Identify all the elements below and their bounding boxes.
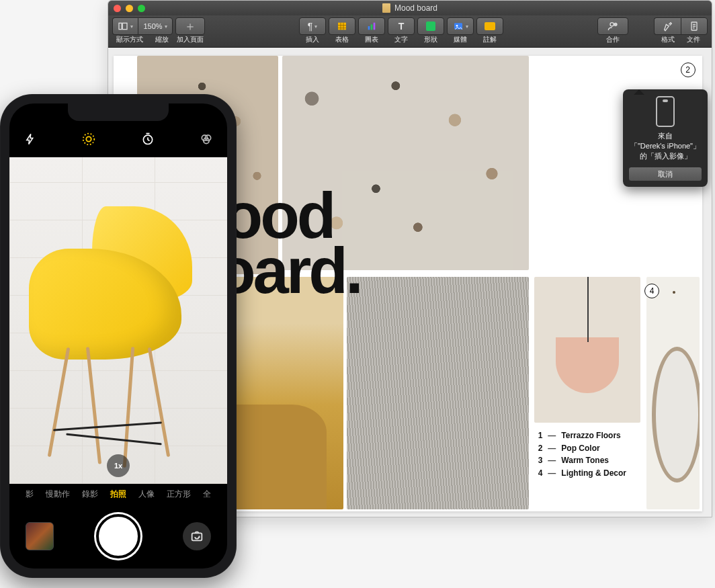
chair-leg xyxy=(86,347,101,464)
window-titlebar[interactable]: Mood board xyxy=(108,1,712,15)
shape-icon xyxy=(426,22,435,31)
document-button[interactable] xyxy=(681,17,708,35)
collaborate-label: 合作 xyxy=(606,36,620,43)
popover-line-2: 「"Derek's iPhone"」 xyxy=(628,141,702,151)
last-photo-thumbnail[interactable] xyxy=(26,522,54,550)
legend-row: 4—Lighting & Decor xyxy=(534,467,626,480)
view-icon xyxy=(118,21,128,32)
chair-leg xyxy=(123,347,135,468)
chart-button[interactable] xyxy=(358,17,385,35)
svg-rect-3 xyxy=(368,26,370,30)
comment-button[interactable] xyxy=(476,17,503,35)
iphone-device: 1x 影 慢動作 錄影 拍照 人像 正方形 全 xyxy=(0,94,237,578)
svg-rect-0 xyxy=(119,23,122,29)
chart-label: 圖表 xyxy=(365,36,378,43)
svg-rect-2 xyxy=(338,23,346,30)
flash-button[interactable] xyxy=(22,130,39,148)
insert-label: 插入 xyxy=(306,36,319,43)
insert-menu-button[interactable]: ¶ xyxy=(299,17,326,35)
flip-camera-button[interactable] xyxy=(183,522,211,550)
callout-2: 2 xyxy=(681,62,696,77)
chair-strut xyxy=(66,433,161,446)
timer-button[interactable] xyxy=(139,130,157,148)
mode-item[interactable]: 錄影 xyxy=(82,489,98,500)
filters-button[interactable] xyxy=(198,130,215,148)
table-button[interactable] xyxy=(329,17,355,35)
timer-icon xyxy=(141,132,155,146)
view-menu-button[interactable] xyxy=(112,17,138,35)
table-icon xyxy=(337,21,347,32)
iphone-notch xyxy=(68,103,169,121)
toolbar: 150% 顯示方式 縮放 ＋ 加入頁面 ¶ 插入 表格 xyxy=(108,15,712,48)
chair-leg xyxy=(148,347,171,458)
mode-item[interactable]: 影 xyxy=(26,489,34,500)
text-icon: T xyxy=(398,21,405,32)
mode-item[interactable]: 正方形 xyxy=(167,489,191,500)
callout-4: 4 xyxy=(644,284,659,298)
window-traffic-lights xyxy=(114,5,145,12)
legend: 1—Terrazzo Floors 2—Pop Color 3—Warm Ton… xyxy=(534,429,626,479)
close-window-button[interactable] xyxy=(114,5,121,12)
media-menu-button[interactable] xyxy=(447,17,474,35)
svg-point-8 xyxy=(610,23,614,26)
mode-item[interactable]: 全 xyxy=(203,489,211,500)
mode-item-active[interactable]: 拍照 xyxy=(110,489,126,500)
add-page-label: 加入頁面 xyxy=(177,36,204,43)
collaborate-icon xyxy=(607,21,618,32)
zoom-toggle-button[interactable]: 1x xyxy=(107,454,130,477)
mode-item[interactable]: 人像 xyxy=(138,489,155,500)
mood-image-lamp[interactable] xyxy=(534,277,640,423)
camera-mode-strip[interactable]: 影 慢動作 錄影 拍照 人像 正方形 全 xyxy=(9,484,227,504)
camera-top-bar xyxy=(9,121,227,157)
text-label: 文字 xyxy=(394,36,408,43)
zoom-menu-button[interactable]: 150% xyxy=(138,17,173,35)
mood-image-terrazzo-b[interactable] xyxy=(282,56,530,270)
iphone-screen: 1x 影 慢動作 錄影 拍照 人像 正方形 全 xyxy=(9,103,227,569)
shape-label: 形狀 xyxy=(424,36,437,43)
legend-row: 2—Pop Color xyxy=(534,442,626,455)
add-page-button[interactable]: ＋ xyxy=(175,17,205,35)
svg-point-12 xyxy=(83,134,95,145)
popover-line-3: 的「插入影像」 xyxy=(628,151,702,161)
svg-rect-17 xyxy=(192,533,202,540)
shutter-button[interactable] xyxy=(96,514,140,558)
camera-viewfinder[interactable]: 1x xyxy=(9,157,227,484)
zoom-label: 縮放 xyxy=(155,36,169,43)
mode-item[interactable]: 慢動作 xyxy=(46,489,70,500)
table-label: 表格 xyxy=(335,36,349,43)
document-icon xyxy=(382,3,390,13)
live-photo-icon xyxy=(81,132,96,146)
iphone-outline-icon xyxy=(656,96,675,127)
comment-label: 註解 xyxy=(483,36,497,43)
zoom-window-button[interactable] xyxy=(138,5,145,12)
collaborate-button[interactable] xyxy=(597,17,628,35)
legend-row: 1—Terrazzo Floors xyxy=(534,429,626,442)
live-photo-button[interactable] xyxy=(80,130,97,148)
svg-rect-1 xyxy=(122,23,127,29)
shape-button[interactable] xyxy=(417,17,444,35)
mood-image-fur[interactable] xyxy=(347,277,530,509)
format-label: 格式 xyxy=(661,36,675,43)
chart-icon xyxy=(366,21,377,32)
text-button[interactable]: T xyxy=(388,17,415,35)
minimize-window-button[interactable] xyxy=(126,5,133,12)
svg-point-7 xyxy=(456,25,458,27)
svg-rect-5 xyxy=(374,23,376,30)
camera-bottom-bar xyxy=(9,504,227,569)
continuity-camera-popover: 來自 「"Derek's iPhone"」 的「插入影像」 取消 xyxy=(623,89,708,187)
flash-icon xyxy=(24,133,36,145)
pilcrow-icon: ¶ xyxy=(308,21,313,32)
media-label: 媒體 xyxy=(454,36,467,43)
popover-line-1: 來自 xyxy=(628,131,702,141)
cancel-button[interactable]: 取消 xyxy=(628,167,702,181)
media-icon xyxy=(453,21,464,32)
zoom-value: 150% xyxy=(143,22,162,30)
comment-icon xyxy=(485,22,495,30)
chair-leg xyxy=(48,347,71,458)
format-button[interactable] xyxy=(654,17,681,35)
format-icon xyxy=(663,21,673,32)
mood-image-mirror[interactable] xyxy=(646,277,700,509)
chair-strut xyxy=(53,421,162,431)
filters-icon xyxy=(200,132,213,146)
legend-row: 3—Warm Tones xyxy=(534,454,626,467)
